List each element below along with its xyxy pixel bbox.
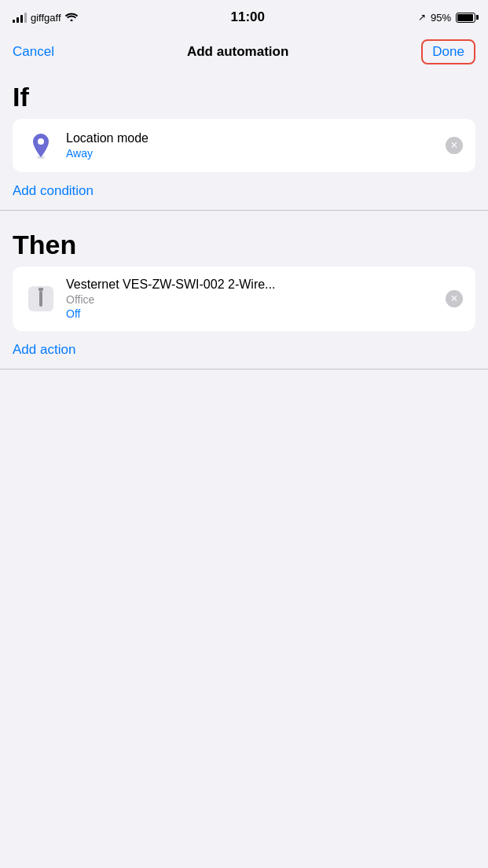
- condition-item[interactable]: Location mode Away: [13, 119, 475, 172]
- location-pin-icon: [25, 130, 57, 161]
- nav-bar: Cancel Add automation Done: [0, 35, 488, 69]
- if-section-header: If: [0, 69, 488, 119]
- time-label: 11:00: [231, 9, 265, 25]
- add-condition-button[interactable]: Add condition: [13, 183, 94, 199]
- wifi-icon: [65, 11, 78, 24]
- nav-title: Add automation: [187, 44, 288, 60]
- status-right: ↗ 95%: [418, 12, 475, 24]
- action-card: Vesternet VES-ZW-SWI-002 2-Wire... Offic…: [13, 267, 475, 331]
- action-value: Off: [66, 307, 446, 320]
- condition-content: Location mode Away: [66, 131, 446, 160]
- svg-rect-3: [39, 291, 42, 307]
- action-content: Vesternet VES-ZW-SWI-002 2-Wire... Offic…: [66, 278, 446, 320]
- done-button[interactable]: Done: [421, 39, 475, 64]
- status-bar: giffgaff 11:00 ↗ 95%: [0, 0, 488, 35]
- svg-rect-2: [39, 288, 43, 291]
- then-section: Then Vesternet VES-ZW-SWI-002 2-Wire... …: [0, 217, 488, 331]
- then-section-header: Then: [0, 217, 488, 267]
- separator-1: [0, 210, 488, 211]
- switch-icon: [25, 283, 57, 314]
- add-action-row: Add action: [0, 331, 488, 369]
- remove-action-button[interactable]: [446, 290, 463, 307]
- svg-point-1: [38, 138, 44, 145]
- add-action-button[interactable]: Add action: [13, 342, 75, 358]
- battery-percent: 95%: [431, 12, 451, 24]
- action-item[interactable]: Vesternet VES-ZW-SWI-002 2-Wire... Offic…: [13, 267, 475, 331]
- if-section: If Location mode Away: [0, 69, 488, 172]
- carrier-label: giffgaff: [31, 12, 61, 24]
- bottom-area: [0, 370, 488, 605]
- signal-icon: [13, 12, 27, 23]
- action-title: Vesternet VES-ZW-SWI-002 2-Wire...: [66, 278, 446, 292]
- status-left: giffgaff: [13, 11, 78, 24]
- then-title: Then: [13, 230, 76, 259]
- condition-title: Location mode: [66, 131, 446, 145]
- remove-condition-button[interactable]: [446, 137, 463, 154]
- add-condition-row: Add condition: [0, 172, 488, 210]
- if-title: If: [13, 82, 29, 112]
- condition-subtitle: Away: [66, 147, 446, 160]
- location-arrow-icon: ↗: [418, 12, 426, 23]
- battery-icon: [456, 13, 475, 23]
- condition-card: Location mode Away: [13, 119, 475, 172]
- action-subtitle: Office: [66, 293, 446, 306]
- cancel-button[interactable]: Cancel: [13, 44, 54, 60]
